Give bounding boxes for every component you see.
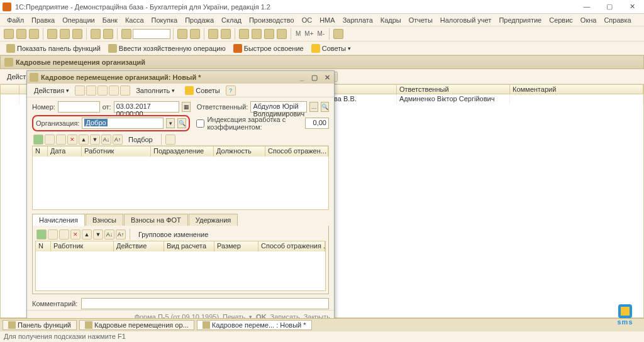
quick-start-button[interactable]: Быстрое освоение <box>231 43 306 53</box>
g2-down-icon[interactable]: ▼ <box>93 229 103 240</box>
comment-input[interactable] <box>81 298 329 309</box>
g1-col-n[interactable]: N <box>33 146 48 157</box>
redo-icon[interactable] <box>103 29 113 39</box>
dialog-maximize-button[interactable]: ▢ <box>310 74 319 82</box>
new-icon[interactable] <box>4 29 14 39</box>
tab-contrib[interactable]: Взносы <box>86 214 123 226</box>
g1-col-date[interactable]: Дата <box>48 146 82 157</box>
g2-col-action[interactable]: Действие <box>114 241 164 251</box>
menu-bank[interactable]: Банк <box>99 15 121 25</box>
date-input[interactable]: 03.03.2017 00:00:00 <box>114 101 180 113</box>
g1-selection-button[interactable]: Подбор <box>124 134 157 145</box>
resp-select-icon[interactable]: … <box>309 102 318 112</box>
menu-edit[interactable]: Правка <box>28 15 58 25</box>
g1-up-icon[interactable]: ▲ <box>79 135 89 145</box>
tab-contrib-fot[interactable]: Взносы на ФОТ <box>124 214 188 226</box>
g1-col-pos[interactable]: Должность <box>214 146 265 157</box>
menu-sale[interactable]: Продажа <box>182 15 217 25</box>
g1-edit-icon[interactable] <box>56 135 66 145</box>
g1-add-icon[interactable] <box>33 135 43 145</box>
find-input[interactable] <box>133 29 170 39</box>
dialog-tool3-icon[interactable] <box>97 86 108 96</box>
show-panel-button[interactable]: Показать панель функций <box>4 43 103 53</box>
g2-col-calc[interactable]: Вид расчета <box>164 241 214 251</box>
group-change-button[interactable]: Групповое изменение <box>134 229 213 240</box>
g1-sortdesc-icon[interactable]: A↑ <box>113 135 123 145</box>
menu-purchase[interactable]: Покупка <box>148 15 181 25</box>
g2-add-icon[interactable] <box>36 229 47 240</box>
date-picker-icon[interactable]: ▦ <box>182 102 190 112</box>
close-button[interactable]: ✕ <box>626 3 638 11</box>
dialog-actions-button[interactable]: Действия▾ <box>30 85 74 96</box>
dialog-minimize-button[interactable]: _ <box>297 74 306 82</box>
org-dropdown-icon[interactable]: ▾ <box>166 118 175 128</box>
minimize-button[interactable]: — <box>581 3 592 11</box>
g2-col-n[interactable]: N <box>36 241 51 251</box>
cut-icon[interactable] <box>47 29 57 39</box>
taskbar-tab1-button[interactable]: Кадровые перемещения ор... <box>79 320 194 330</box>
dialog-tool5-icon[interactable] <box>120 86 130 96</box>
tab-deductions[interactable]: Удержания <box>189 214 238 226</box>
g2-sortdesc-icon[interactable]: A↑ <box>116 229 126 240</box>
resp-input[interactable]: Абдулов Юрій Володимирович <box>250 101 307 113</box>
taskbar-tab2-button[interactable]: Кадровое переме... : Новый * <box>197 320 312 330</box>
org-search-icon[interactable]: 🔍 <box>177 118 186 128</box>
g2-edit-icon[interactable] <box>59 229 69 240</box>
menu-nma[interactable]: НМА <box>316 15 338 25</box>
menu-salary[interactable]: Зарплата <box>340 15 376 25</box>
org-input[interactable]: Добро <box>82 118 164 129</box>
g2-delete-icon[interactable]: ✕ <box>70 229 80 240</box>
find-icon[interactable] <box>121 29 131 39</box>
help-icon[interactable] <box>239 29 249 39</box>
dialog-tool2-icon[interactable] <box>86 86 96 96</box>
g2-col-worker[interactable]: Работник <box>51 241 114 251</box>
print-icon[interactable] <box>208 29 218 39</box>
enter-operation-button[interactable]: Ввести хозяйственную операцию <box>106 43 228 53</box>
g1-user-icon[interactable] <box>165 135 175 145</box>
open-icon[interactable] <box>16 29 26 39</box>
tool-icon-2[interactable] <box>264 29 274 39</box>
copy-icon[interactable] <box>60 29 70 39</box>
menu-os[interactable]: ОС <box>299 15 316 25</box>
menu-windows[interactable]: Окна <box>577 15 600 25</box>
menu-warehouse[interactable]: Склад <box>218 15 245 25</box>
calc-icon[interactable] <box>177 29 187 39</box>
g2-sortasc-icon[interactable]: A↓ <box>104 229 114 240</box>
g2-col-method[interactable]: Способ отражения ... <box>258 241 325 251</box>
tool-icon-3[interactable] <box>277 29 287 39</box>
g1-col-method[interactable]: Способ отражен... <box>265 146 328 157</box>
dialog-advices-button[interactable]: Советы <box>180 84 224 97</box>
save-icon[interactable] <box>29 29 39 39</box>
index-checkbox[interactable] <box>196 119 204 128</box>
g1-col-dept[interactable]: Подразделение <box>151 146 214 157</box>
advices-button[interactable]: Советы▾ <box>309 43 353 53</box>
dialog-tool1-icon[interactable] <box>75 86 85 96</box>
taskbar-panel-button[interactable]: Панель функций <box>3 320 77 330</box>
dialog-help-icon[interactable]: ? <box>226 86 236 96</box>
g1-sortasc-icon[interactable]: A↓ <box>101 135 111 145</box>
menu-file[interactable]: Файл <box>4 15 27 25</box>
g2-col-size[interactable]: Размер <box>214 241 258 251</box>
col-marker[interactable] <box>1 85 19 94</box>
g1-copy-icon[interactable] <box>45 135 55 145</box>
menu-production[interactable]: Производство <box>246 15 297 25</box>
menu-enterprise[interactable]: Предприятие <box>496 15 545 25</box>
paste-icon[interactable] <box>72 29 82 39</box>
g1-down-icon[interactable]: ▼ <box>90 135 100 145</box>
index-input[interactable]: 0,00 <box>305 118 329 129</box>
col-comment[interactable]: Комментарий <box>510 85 643 94</box>
tab-accruals[interactable]: Начисления <box>32 214 85 226</box>
menu-kassa[interactable]: Касса <box>122 15 147 25</box>
menu-help[interactable]: Справка <box>601 15 634 25</box>
grid1-body[interactable] <box>33 157 328 209</box>
menu-reports[interactable]: Отчеты <box>406 15 436 25</box>
menu-tax[interactable]: Налоговый учет <box>437 15 495 25</box>
undo-icon[interactable] <box>91 29 101 39</box>
g1-col-worker[interactable]: Работник <box>82 146 151 157</box>
grid2-body[interactable] <box>36 251 325 290</box>
menu-service[interactable]: Сервис <box>546 15 576 25</box>
menu-operations[interactable]: Операции <box>59 15 97 25</box>
dialog-tool4-icon[interactable] <box>109 86 119 96</box>
preview-icon[interactable] <box>221 29 231 39</box>
tool-icon-1[interactable] <box>252 29 262 39</box>
